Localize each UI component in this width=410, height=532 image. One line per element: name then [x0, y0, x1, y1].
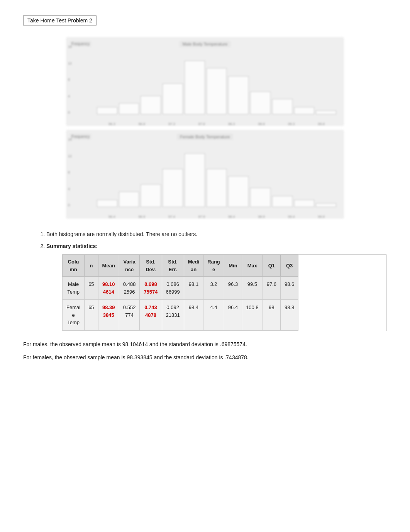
summary-female: For females, the observed sample mean is…: [23, 352, 387, 363]
col-header-max: Max: [242, 255, 263, 277]
stddev-male-value: 0.69875574: [144, 281, 158, 295]
col-header-variance: Variance: [119, 255, 140, 277]
chart1-yticks: 16 12 8 4 0: [68, 45, 72, 114]
cell-q1-male: 97.6: [263, 277, 280, 300]
stats-table-wrapper: Column n Mean Variance Std.Dev. Std.Err.…: [62, 254, 387, 331]
col-header-mean: Mean: [98, 255, 119, 277]
chart2-bars: [97, 145, 336, 207]
cell-range-male: 3.2: [203, 277, 224, 300]
cell-variance-female: 0.552774: [119, 300, 140, 331]
cell-min-female: 96.4: [224, 300, 242, 331]
cell-max-male: 99.5: [242, 277, 263, 300]
col-header-median: Median: [184, 255, 203, 277]
cell-col-female: FemaleTemp: [63, 300, 85, 331]
mean-male-value: 98.104614: [102, 281, 115, 295]
cell-stderr-male: 0.08666999: [162, 277, 184, 300]
chart1-ylabel: Frequency: [70, 41, 91, 47]
observation-2: Summary statistics: Column n Mean Varian…: [46, 242, 387, 331]
summary-stats-label: Summary statistics:: [46, 243, 98, 249]
chart2-yticks: 16 12 8 4 0: [68, 138, 72, 207]
stats-table: Column n Mean Variance Std.Dev. Std.Err.…: [62, 255, 298, 331]
summary-section: For males, the observed sample mean is 9…: [23, 339, 387, 363]
cell-q3-female: 98.8: [280, 300, 298, 331]
cell-stddev-female: 0.7434878: [140, 300, 162, 331]
chart1-bars: [97, 53, 336, 114]
col-header-column: Column: [63, 255, 85, 277]
chart1-title: Male Body Temperature: [180, 41, 231, 47]
chart2-ylabel: Frequency: [70, 134, 91, 139]
cell-median-female: 98.4: [184, 300, 203, 331]
cell-min-male: 96.3: [224, 277, 242, 300]
page-title: Take Home Test Problem 2: [23, 15, 97, 25]
mean-female-value: 98.393845: [102, 304, 115, 318]
observations-section: Both histograms are normally distributed…: [23, 230, 387, 331]
cell-q3-male: 98.6: [280, 277, 298, 300]
cell-median-male: 98.1: [184, 277, 203, 300]
chart-male: Male Body Temperature Frequency 16 12 8 …: [66, 37, 344, 126]
cell-n-female: 65: [85, 300, 98, 331]
table-row: MaleTemp 65 98.104614 0.4882596 0.698755…: [63, 277, 298, 300]
col-header-q3: Q3: [280, 255, 298, 277]
cell-variance-male: 0.4882596: [119, 277, 140, 300]
chart-female: Female Body Temperature Frequency 16 12 …: [66, 130, 344, 219]
chart1-xlabels: 96.3 96.8 97.3 97.8 98.3 98.8 99.3 99.8: [97, 122, 336, 126]
cell-col-male: MaleTemp: [63, 277, 85, 300]
chart2-title: Female Body Temperature: [177, 134, 233, 140]
chart2-xlabels: 96.4 96.9 97.4 97.9 98.4 98.9 99.4 99.9: [97, 215, 336, 219]
cell-stddev-male: 0.69875574: [140, 277, 162, 300]
table-header-row: Column n Mean Variance Std.Dev. Std.Err.…: [63, 255, 298, 277]
table-row: FemaleTemp 65 98.393845 0.552774 0.74348…: [63, 300, 298, 331]
col-header-range: Range: [203, 255, 224, 277]
cell-mean-female: 98.393845: [98, 300, 119, 331]
cell-max-female: 100.8: [242, 300, 263, 331]
cell-stderr-female: 0.09221831: [162, 300, 184, 331]
cell-mean-male: 98.104614: [98, 277, 119, 300]
charts-section: Male Body Temperature Frequency 16 12 8 …: [23, 37, 387, 219]
col-header-stddev: Std.Dev.: [140, 255, 162, 277]
cell-range-female: 4.4: [203, 300, 224, 331]
observation-1: Both histograms are normally distributed…: [46, 230, 387, 238]
stddev-female-value: 0.7434878: [144, 304, 157, 318]
cell-q1-female: 98: [263, 300, 280, 331]
col-header-min: Min: [224, 255, 242, 277]
col-header-q1: Q1: [263, 255, 280, 277]
cell-n-male: 65: [85, 277, 98, 300]
summary-male: For males, the observed sample mean is 9…: [23, 339, 387, 350]
col-header-n: n: [85, 255, 98, 277]
col-header-stderr: Std.Err.: [162, 255, 184, 277]
